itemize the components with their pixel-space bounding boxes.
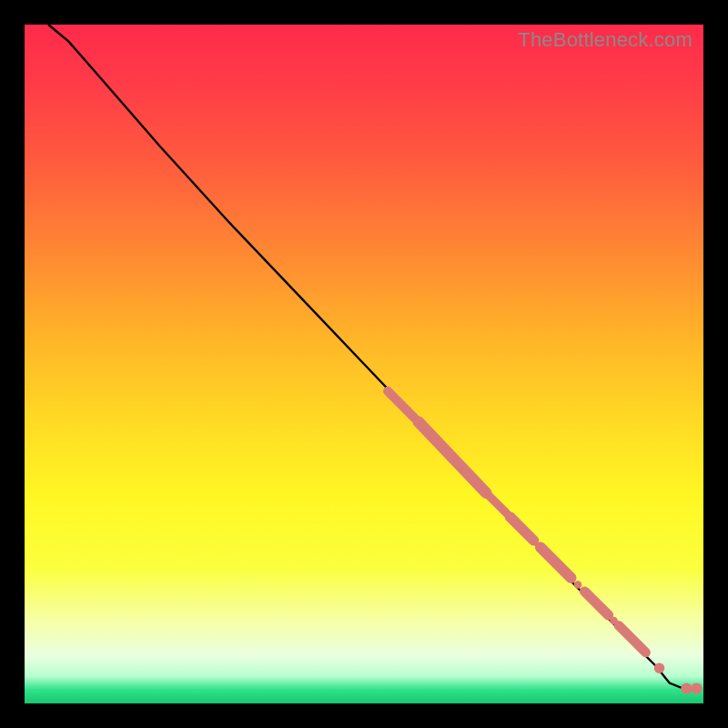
chart-plot-area: TheBottleneck.com [25,25,703,703]
chart-dot [654,662,665,673]
chart-dot [681,682,692,693]
chart-segment [419,421,487,492]
chart-dot [638,645,647,654]
chart-stage: TheBottleneck.com [0,0,728,728]
chart-dot [691,682,702,693]
chart-segment [541,547,571,578]
chart-curve [48,25,696,690]
chart-overlay-svg [25,25,703,703]
chart-segment [584,592,608,615]
chart-segment [388,391,415,419]
chart-segments [388,391,645,652]
chart-dot [574,581,582,589]
chart-dot [610,617,618,625]
chart-segment [490,497,507,514]
chart-segment [510,517,533,541]
